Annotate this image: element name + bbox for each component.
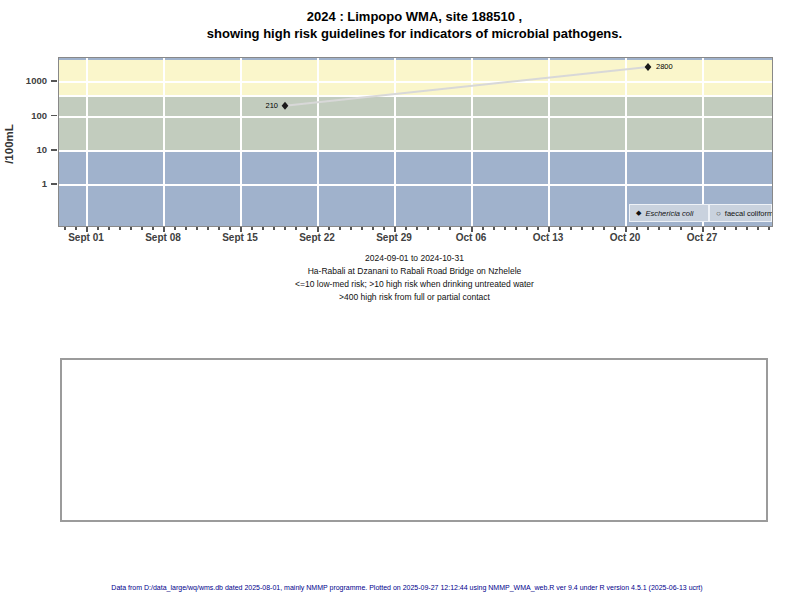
x-minor-tick [669, 227, 671, 230]
results-box [60, 358, 768, 522]
data-point-marker [645, 63, 652, 71]
legend-item-ecoli: ◆ Eschericia coli [629, 204, 709, 222]
x-minor-tick [295, 227, 297, 230]
x-minor-tick [768, 227, 770, 230]
x-tick-label: Sept 08 [129, 232, 197, 243]
x-minor-tick [449, 227, 451, 230]
x-minor-tick [405, 227, 407, 230]
x-minor-tick [361, 227, 363, 230]
x-minor-tick [339, 227, 341, 230]
footer-text: Data from D:/data_large/wq/wms.db dated … [7, 584, 800, 591]
data-point-label: 210 [265, 102, 278, 110]
x-minor-tick [581, 227, 583, 230]
x-minor-tick [130, 227, 132, 230]
x-minor-tick [713, 227, 715, 230]
x-minor-tick [229, 227, 231, 230]
y-tick-mark [51, 80, 57, 82]
legend-item-faecal-coliforms: ○ faecal coliforms [709, 204, 772, 222]
x-minor-tick [416, 227, 418, 230]
x-minor-tick [75, 227, 77, 230]
caption: 2024-09-01 to 2024-10-31 Ha-Rabali at Dz… [58, 252, 771, 304]
x-minor-tick [526, 227, 528, 230]
legend-label-ecoli: Eschericia coli [645, 209, 693, 218]
y-tick-mark [51, 183, 57, 185]
x-tick-label: Oct 27 [668, 232, 736, 243]
x-minor-tick [207, 227, 209, 230]
x-tick-label: Sept 29 [360, 232, 428, 243]
data-point-marker [282, 102, 289, 110]
x-minor-tick [427, 227, 429, 230]
x-minor-tick [460, 227, 462, 230]
x-minor-tick [196, 227, 198, 230]
caption-date-range: 2024-09-01 to 2024-10-31 [58, 252, 771, 265]
x-minor-tick [537, 227, 539, 230]
y-tick-label: 10 [13, 144, 47, 155]
x-minor-tick [273, 227, 275, 230]
x-minor-tick [757, 227, 759, 230]
x-minor-tick [119, 227, 121, 230]
x-minor-tick [328, 227, 330, 230]
data-series-svg [59, 58, 772, 226]
y-tick-label: 1000 [13, 75, 47, 86]
x-minor-tick [174, 227, 176, 230]
chart-title: 2024 : Limpopo WMA, site 188510 , showin… [58, 8, 771, 42]
x-minor-tick [614, 227, 616, 230]
x-minor-tick [735, 227, 737, 230]
x-minor-tick [383, 227, 385, 230]
x-tick-label: Sept 01 [52, 232, 120, 243]
x-tick-label: Oct 20 [591, 232, 659, 243]
y-tick-label: 1 [13, 178, 47, 189]
x-minor-tick [185, 227, 187, 230]
x-minor-tick [482, 227, 484, 230]
caption-station: Ha-Rabali at Dzanani to Rabali Road Brid… [58, 265, 771, 278]
x-minor-tick [504, 227, 506, 230]
x-tick-label: Sept 15 [206, 232, 274, 243]
x-minor-tick [218, 227, 220, 230]
caption-risk-drinking: <=10 low-med risk; >10 high risk when dr… [58, 278, 771, 291]
legend-label-faecal-coliforms: faecal coliforms [725, 209, 773, 218]
x-tick-label: Oct 06 [437, 232, 505, 243]
x-minor-tick [724, 227, 726, 230]
x-minor-tick [262, 227, 264, 230]
plot-area: ◆ Eschericia coli ○ faecal coliforms 210… [58, 57, 773, 227]
x-minor-tick [592, 227, 594, 230]
series-line [285, 67, 648, 106]
x-minor-tick [647, 227, 649, 230]
x-minor-tick [97, 227, 99, 230]
x-minor-tick [658, 227, 660, 230]
x-minor-tick [603, 227, 605, 230]
x-minor-tick [108, 227, 110, 230]
x-minor-tick [251, 227, 253, 230]
x-minor-tick [306, 227, 308, 230]
x-minor-tick [372, 227, 374, 230]
x-minor-tick [152, 227, 154, 230]
x-minor-tick [746, 227, 748, 230]
open-circle-icon: ○ [716, 209, 721, 218]
x-minor-tick [636, 227, 638, 230]
legend: ◆ Eschericia coli ○ faecal coliforms [629, 204, 772, 224]
y-tick-mark [51, 115, 57, 117]
x-minor-tick [515, 227, 517, 230]
x-minor-tick [350, 227, 352, 230]
x-minor-tick [438, 227, 440, 230]
x-minor-tick [691, 227, 693, 230]
data-point-label: 2800 [656, 63, 673, 71]
plot-page: 2024 : Limpopo WMA, site 188510 , showin… [0, 0, 800, 600]
x-tick-label: Sept 22 [283, 232, 351, 243]
x-minor-tick [570, 227, 572, 230]
x-minor-tick [284, 227, 286, 230]
y-tick-label: 100 [13, 110, 47, 121]
x-minor-tick [493, 227, 495, 230]
x-minor-tick [141, 227, 143, 230]
filled-diamond-icon: ◆ [636, 209, 641, 217]
chart-title-line2: showing high risk guidelines for indicat… [58, 25, 771, 42]
y-tick-mark [51, 149, 57, 151]
x-minor-tick [559, 227, 561, 230]
chart-title-line1: 2024 : Limpopo WMA, site 188510 , [58, 8, 771, 25]
caption-risk-contact: >400 high risk from full or partial cont… [58, 291, 771, 304]
x-tick-label: Oct 13 [514, 232, 582, 243]
x-minor-tick [64, 227, 66, 230]
x-minor-tick [680, 227, 682, 230]
